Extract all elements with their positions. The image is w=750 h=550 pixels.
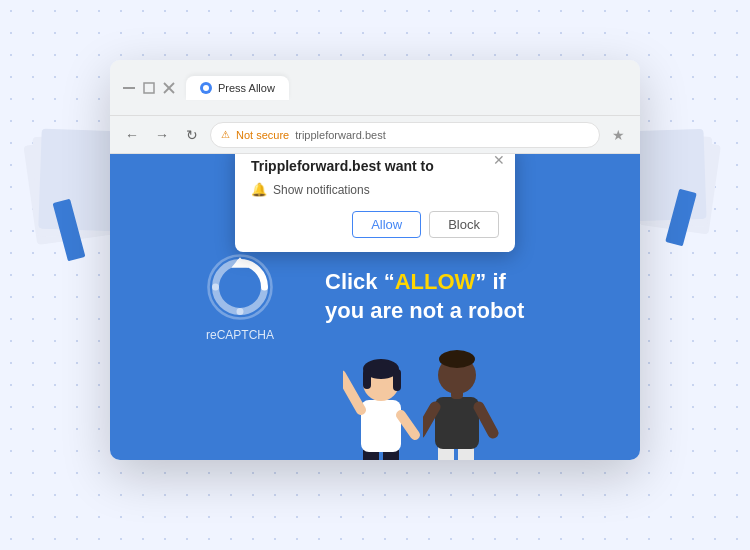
address-bar[interactable]: ⚠ Not secure trippleforward.best [210,122,600,148]
browser-chrome: Press Allow [110,60,640,116]
forward-button[interactable]: → [150,123,174,147]
instruction-prefix: Click “ [325,269,395,294]
tab-bar: Press Allow [186,76,628,100]
popup-close-button[interactable]: ✕ [493,154,505,168]
address-text: trippleforward.best [295,129,386,141]
browser-toolbar: ← → ↻ ⚠ Not secure trippleforward.best ★ [110,116,640,154]
window-controls [122,81,176,95]
svg-rect-11 [361,400,401,452]
people-figures [343,325,503,460]
figure-man [423,325,503,460]
security-icon: ⚠ [221,129,230,140]
maximize-button[interactable] [142,81,156,95]
browser-tab[interactable]: Press Allow [186,76,289,100]
notification-popup: ✕ Trippleforward.best want to 🔔 Show not… [235,154,515,252]
tab-favicon [200,82,212,94]
security-label: Not secure [236,129,289,141]
back-button[interactable]: ← [120,123,144,147]
svg-line-23 [423,407,435,433]
svg-point-4 [203,85,209,91]
svg-line-12 [343,375,361,410]
bookmark-button[interactable]: ★ [606,123,630,147]
svg-rect-22 [435,397,479,449]
minimize-button[interactable] [122,81,136,95]
block-button[interactable]: Block [429,211,499,238]
svg-rect-1 [144,83,154,93]
svg-rect-0 [123,87,135,89]
browser-window: Press Allow ← → ↻ ⚠ Not secure tripplefo… [110,60,640,460]
recaptcha-icon [205,252,275,322]
svg-rect-17 [393,369,401,391]
popup-title: Trippleforward.best want to [251,158,483,174]
svg-line-24 [479,407,493,433]
recaptcha-area: reCAPTCHA [205,252,275,342]
svg-line-13 [401,415,415,435]
svg-rect-16 [363,369,371,389]
allow-button[interactable]: Allow [352,211,421,238]
tab-label: Press Allow [218,82,275,94]
browser-content: reCAPTCHA Click “ALLOW” if you are not a… [110,154,640,460]
figure-woman [343,325,428,460]
allow-highlight: ALLOW [395,269,476,294]
popup-buttons: Allow Block [251,211,499,238]
popup-subtitle-text: Show notifications [273,183,370,197]
main-instruction: Click “ALLOW” if you are not a robot [325,268,545,325]
svg-point-27 [439,350,475,368]
close-button[interactable] [162,81,176,95]
reload-button[interactable]: ↻ [180,123,204,147]
recaptcha-label: reCAPTCHA [206,328,274,342]
popup-subtitle: 🔔 Show notifications [251,182,499,197]
bell-icon: 🔔 [251,182,267,197]
